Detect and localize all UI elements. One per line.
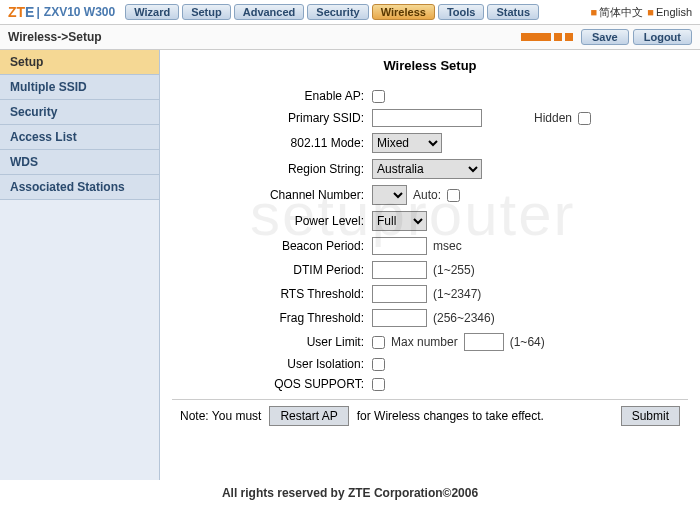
sidebar-item-security[interactable]: Security [0, 100, 159, 125]
tab-security[interactable]: Security [307, 4, 368, 20]
tab-wizard[interactable]: Wizard [125, 4, 179, 20]
sidebar-item-setup[interactable]: Setup [0, 50, 159, 75]
hint-rts: (1~2347) [433, 287, 481, 301]
auto-checkbox[interactable] [447, 189, 460, 202]
label-user-limit: User Limit: [172, 335, 372, 349]
tab-status[interactable]: Status [487, 4, 539, 20]
label-frag: Frag Threshold: [172, 311, 372, 325]
label-power: Power Level: [172, 214, 372, 228]
dtim-input[interactable] [372, 261, 427, 279]
label-primary-ssid: Primary SSID: [172, 111, 372, 125]
qos-checkbox[interactable] [372, 378, 385, 391]
model-name: ZXV10 W300 [44, 5, 115, 19]
beacon-input[interactable] [372, 237, 427, 255]
label-hidden: Hidden [534, 111, 572, 125]
user-limit-checkbox[interactable] [372, 336, 385, 349]
label-channel: Channel Number: [172, 188, 372, 202]
brand-sep: | [36, 5, 39, 19]
sidebar-item-associated-stations[interactable]: Associated Stations [0, 175, 159, 200]
decorative-bars [521, 33, 573, 41]
note-pre: Note: You must [180, 409, 261, 423]
label-region: Region String: [172, 162, 372, 176]
tab-tools[interactable]: Tools [438, 4, 485, 20]
subbar: Wireless->Setup Save Logout [0, 25, 700, 50]
label-enable-ap: Enable AP: [172, 89, 372, 103]
sidebar-item-multiple-ssid[interactable]: Multiple SSID [0, 75, 159, 100]
frag-input[interactable] [372, 309, 427, 327]
tab-advanced[interactable]: Advanced [234, 4, 305, 20]
channel-select[interactable] [372, 185, 407, 205]
tab-wireless[interactable]: Wireless [372, 4, 435, 20]
brand-logo: ZTE [8, 4, 34, 20]
primary-ssid-input[interactable] [372, 109, 482, 127]
label-dtim: DTIM Period: [172, 263, 372, 277]
region-select[interactable]: Australia [372, 159, 482, 179]
label-qos: QOS SUPPORT: [172, 377, 372, 391]
hint-dtim: (1~255) [433, 263, 475, 277]
breadcrumb: Wireless->Setup [8, 30, 521, 44]
label-isolation: User Isolation: [172, 357, 372, 371]
label-beacon: Beacon Period: [172, 239, 372, 253]
sidebar-item-wds[interactable]: WDS [0, 150, 159, 175]
page-title: Wireless Setup [172, 58, 688, 73]
submit-button[interactable]: Submit [621, 406, 680, 426]
main: Setup Multiple SSID Security Access List… [0, 50, 700, 480]
content: setuprouter Wireless Setup Enable AP: Pr… [160, 50, 700, 480]
hint-beacon: msec [433, 239, 462, 253]
enable-ap-checkbox[interactable] [372, 90, 385, 103]
label-auto: Auto: [413, 188, 441, 202]
label-max-number: Max number [391, 335, 458, 349]
footer-bar: Note: You must Restart AP for Wireless c… [172, 399, 688, 432]
rts-input[interactable] [372, 285, 427, 303]
mode-select[interactable]: Mixed [372, 133, 442, 153]
isolation-checkbox[interactable] [372, 358, 385, 371]
lang-english[interactable]: ■English [647, 6, 692, 18]
tab-setup[interactable]: Setup [182, 4, 231, 20]
restart-ap-button[interactable]: Restart AP [269, 406, 348, 426]
label-mode: 802.11 Mode: [172, 136, 372, 150]
lang-chinese[interactable]: ■简体中文 [591, 5, 644, 20]
sidebar-item-access-list[interactable]: Access List [0, 125, 159, 150]
max-number-input[interactable] [464, 333, 504, 351]
sidebar: Setup Multiple SSID Security Access List… [0, 50, 160, 480]
note-post: for Wireless changes to take effect. [357, 409, 544, 423]
logout-button[interactable]: Logout [633, 29, 692, 45]
top-tabs: Wizard Setup Advanced Security Wireless … [125, 4, 586, 20]
hidden-checkbox[interactable] [578, 112, 591, 125]
hint-frag: (256~2346) [433, 311, 495, 325]
copyright: All rights reserved by ZTE Corporation©2… [0, 480, 700, 506]
header: ZTE | ZXV10 W300 Wizard Setup Advanced S… [0, 0, 700, 25]
save-button[interactable]: Save [581, 29, 629, 45]
power-select[interactable]: Full [372, 211, 427, 231]
hint-max: (1~64) [510, 335, 545, 349]
label-rts: RTS Threshold: [172, 287, 372, 301]
